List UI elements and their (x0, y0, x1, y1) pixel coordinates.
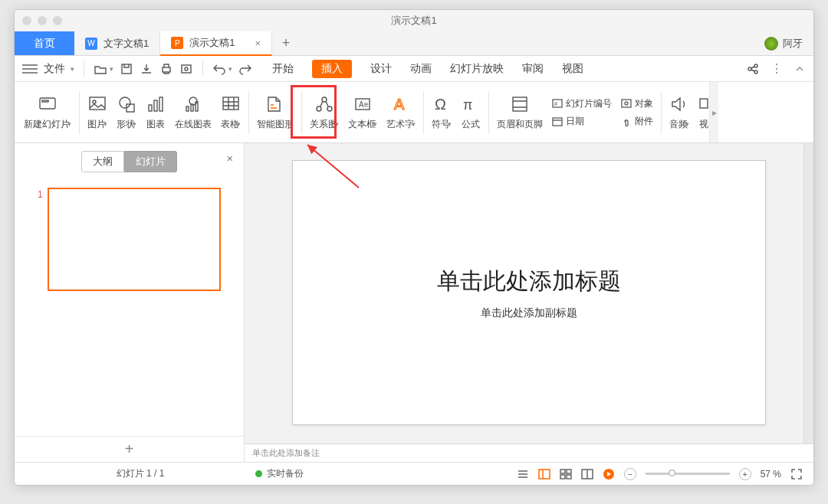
table-button[interactable]: 表格▾ (216, 91, 245, 134)
menu-insert[interactable]: 插入 (312, 60, 352, 78)
svg-rect-14 (154, 100, 157, 111)
smartart-button[interactable]: 智能图形 (252, 91, 298, 134)
menu-start[interactable]: 开始 (272, 62, 294, 76)
shape-button[interactable]: 形状▾ (112, 91, 141, 134)
document-tabbar: 首页 W 文字文稿1 P 演示文稿1 × + 阿牙 (15, 31, 813, 56)
user-name: 阿牙 (783, 37, 803, 51)
shape-icon (117, 94, 136, 114)
svg-rect-41 (567, 475, 571, 479)
attachment-button[interactable]: 附件 (621, 115, 653, 128)
more-icon[interactable]: ⋮ (770, 61, 783, 76)
window-controls (22, 16, 62, 25)
slide-thumbnail-1[interactable]: 1 (38, 188, 221, 291)
header-footer-button[interactable]: 页眉和页脚 (492, 91, 547, 134)
normal-view-icon[interactable] (538, 468, 550, 480)
undo-icon[interactable] (212, 62, 226, 76)
menu-design[interactable]: 设计 (370, 62, 392, 76)
minimize-window-icon[interactable] (38, 16, 47, 25)
menu-view[interactable]: 视图 (562, 62, 583, 76)
svg-rect-29 (513, 97, 527, 111)
title-placeholder[interactable]: 单击此处添加标题 (437, 266, 621, 297)
svg-rect-1 (163, 67, 170, 72)
close-tab-icon[interactable]: × (255, 38, 261, 49)
app-window: 演示文稿1 首页 W 文字文稿1 P 演示文稿1 × + 阿牙 文件 ▾ ▾ ▾ (14, 9, 814, 486)
slideshow-icon[interactable] (603, 468, 615, 480)
outline-view-icon[interactable] (517, 468, 529, 480)
object-icon (621, 98, 632, 109)
audio-button[interactable]: 音频▾ (665, 91, 694, 134)
menu-review[interactable]: 审阅 (522, 62, 544, 76)
open-icon[interactable] (94, 62, 107, 76)
wordart-button[interactable]: A 艺术字▾ (382, 91, 420, 134)
thumbnail-number: 1 (38, 189, 43, 291)
relation-diagram-button[interactable]: 关系图▾ (305, 91, 343, 134)
svg-point-11 (120, 97, 130, 108)
doc-tab-word[interactable]: W 文字文稿1 (74, 31, 160, 55)
save-icon[interactable] (120, 62, 133, 76)
user-account[interactable]: 阿牙 (754, 31, 813, 55)
slide-number-button[interactable]: # 幻灯片编号 (552, 97, 612, 110)
notes-pane[interactable]: 单击此处添加备注 (245, 443, 813, 462)
online-chart-button[interactable]: 在线图表 (170, 91, 216, 134)
backup-status[interactable]: 实时备份 (255, 467, 304, 480)
sorter-view-icon[interactable] (560, 468, 572, 480)
export-icon[interactable] (140, 62, 153, 76)
file-menu[interactable]: 文件 (44, 62, 65, 76)
zoom-percent[interactable]: 57 % (761, 469, 781, 479)
picture-button[interactable]: 图片▾ (83, 91, 112, 134)
equation-button[interactable]: π 公式 (456, 91, 485, 134)
reading-view-icon[interactable] (581, 468, 593, 480)
object-button[interactable]: 对象 (621, 97, 653, 110)
zoom-thumb[interactable] (669, 470, 675, 476)
close-window-icon[interactable] (22, 16, 31, 25)
menu-animation[interactable]: 动画 (410, 62, 432, 76)
picture-icon (87, 94, 107, 114)
zoom-out-button[interactable]: − (624, 468, 636, 480)
svg-point-10 (93, 100, 96, 103)
slide-canvas[interactable]: 单击此处添加标题 单击此处添加副标题 (245, 143, 813, 443)
outline-tab[interactable]: 大纲 (81, 151, 124, 172)
collapse-ribbon-icon[interactable] (794, 63, 806, 75)
symbol-icon: Ω (432, 94, 452, 114)
slide[interactable]: 单击此处添加标题 单击此处添加副标题 (292, 160, 766, 425)
new-slide-button[interactable]: 新建幻灯片▾ (19, 91, 76, 134)
thumbnail-list: 1 (15, 180, 244, 436)
doc-tab-label: 演示文稿1 (189, 36, 235, 50)
redo-icon[interactable] (238, 62, 252, 76)
doc-tab-label: 文字文稿1 (104, 37, 149, 51)
symbol-button[interactable]: Ω 符号▾ (427, 91, 456, 134)
zoom-slider[interactable] (646, 473, 730, 475)
add-slide-button[interactable]: + (15, 436, 244, 462)
subtitle-placeholder[interactable]: 单击此处添加副标题 (481, 306, 577, 320)
svg-text:#: # (554, 101, 557, 106)
ribbon-scroll-right[interactable]: ▸ (709, 82, 718, 142)
menu-slideshow[interactable]: 幻灯片放映 (450, 62, 504, 76)
menu-icon[interactable] (22, 64, 38, 74)
insert-ribbon: 新建幻灯片▾ 图片▾ 形状▾ 图表 在线图表 表格▾ 智能图形 (15, 82, 813, 143)
share-icon[interactable] (746, 62, 760, 76)
textbox-button[interactable]: A≡ 文本框▾ (343, 91, 382, 134)
print-icon[interactable] (159, 62, 173, 76)
wordart-icon: A (391, 94, 411, 114)
new-tab-button[interactable]: + (272, 31, 300, 55)
svg-text:π: π (463, 97, 472, 113)
zoom-in-button[interactable]: + (739, 468, 751, 480)
presentation-doc-icon: P (171, 37, 183, 49)
print-preview-icon[interactable] (179, 62, 193, 76)
dropdown-icon[interactable]: ▾ (71, 65, 74, 73)
svg-rect-0 (122, 64, 131, 74)
svg-rect-9 (90, 97, 105, 110)
fit-screen-icon[interactable] (790, 468, 803, 480)
chart-icon (146, 94, 166, 114)
quick-access-toolbar: 文件 ▾ ▾ ▾ 开始 插入 设计 动画 幻灯片放映 审阅 视图 ⋮ (15, 56, 813, 82)
status-dot-icon (255, 470, 262, 477)
chart-button[interactable]: 图表 (141, 91, 170, 134)
close-panel-icon[interactable]: × (227, 152, 233, 165)
video-button[interactable]: 视 (694, 91, 709, 134)
zoom-window-icon[interactable] (53, 16, 62, 25)
date-button[interactable]: 日期 (552, 115, 612, 128)
textbox-icon: A≡ (353, 94, 373, 114)
home-tab[interactable]: 首页 (15, 31, 74, 55)
slides-tab[interactable]: 幻灯片 (124, 151, 177, 172)
doc-tab-presentation[interactable]: P 演示文稿1 × (160, 31, 272, 56)
